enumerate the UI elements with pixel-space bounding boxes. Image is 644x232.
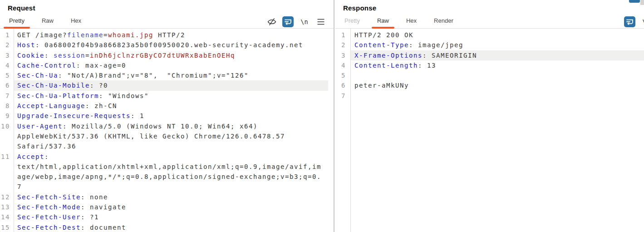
line-text[interactable]: Sec-Fetch-User: ?1 <box>14 212 328 222</box>
line-number: 7 <box>335 91 351 101</box>
tab-render[interactable]: Render <box>428 14 459 29</box>
code-token: : SAMEORIGIN <box>423 52 477 59</box>
code-token: : 0a68002f04b9a866823a5b0f00950020.web-s… <box>35 41 303 49</box>
code-token: GET /image? <box>17 31 67 39</box>
tab-raw[interactable]: Raw <box>36 14 59 29</box>
code-token: Content-Type <box>354 41 409 49</box>
code-token: Sec-Fetch-Mode <box>17 203 81 211</box>
line-text[interactable]: AppleWebKit/537.36 (KHTML, like Gecko) C… <box>14 131 328 141</box>
line-number: 11 <box>0 152 14 162</box>
tab-pretty[interactable]: Pretty <box>339 14 365 29</box>
code-line: 14Sec-Fetch-User: ?1 <box>0 212 328 222</box>
code-line: 1HTTP/2 200 OK <box>335 30 644 40</box>
line-number: 9 <box>0 111 14 121</box>
tab-pretty[interactable]: Pretty <box>4 14 30 29</box>
line-text[interactable]: Host: 0a68002f04b9a866823a5b0f00950020.w… <box>14 40 328 50</box>
line-text[interactable]: Sec-Fetch-Site: none <box>14 192 328 202</box>
code-line: 7Sec-Ch-Ua-Platform: "Windows" <box>0 91 328 101</box>
code-token: session <box>54 52 85 59</box>
eye-slash-icon[interactable] <box>266 16 277 27</box>
code-line: 12Sec-Fetch-Site: none <box>0 192 328 202</box>
code-token: Accept <box>17 153 44 160</box>
line-text[interactable]: Sec-Ch-Ua-Mobile: ?0 <box>14 80 328 90</box>
newline-toggle-icon[interactable]: \n <box>299 16 310 27</box>
code-token: : <box>44 52 54 59</box>
line-text[interactable]: text/html,application/xhtml+xml,applicat… <box>14 162 328 172</box>
newline-toggle-icon[interactable]: \n <box>640 16 644 27</box>
code-token: Safari/537.36 <box>17 143 76 150</box>
code-token: whoami.jpg <box>108 31 153 39</box>
code-line: age/webp,image/apng,*/*;q=0.8,applicatio… <box>0 172 328 182</box>
response-header: Response PrettyRawHexRender \n <box>335 0 644 29</box>
request-tabs: PrettyRawHex <box>4 14 93 29</box>
code-line: 2Content-Type: image/jpeg <box>335 40 644 50</box>
code-line: 6peter-aMkUNy <box>335 80 644 90</box>
code-token: : <box>44 153 49 160</box>
line-text[interactable]: Upgrade-Insecure-Requests: 1 <box>14 111 328 121</box>
code-token: User-Agent <box>17 123 63 130</box>
line-number: 5 <box>335 70 351 80</box>
line-number: 15 <box>0 222 14 232</box>
line-text[interactable]: Content-Type: image/jpeg <box>351 40 644 50</box>
line-text[interactable]: GET /image?filename=whoami.jpg HTTP/2 <box>14 30 328 40</box>
code-line: 4Cache-Control: max-age=0 <box>0 60 328 70</box>
code-token: : 13 <box>418 62 436 69</box>
line-text[interactable]: Sec-Ch-Ua-Platform: "Windows" <box>14 91 328 101</box>
tab-hex[interactable]: Hex <box>65 14 87 29</box>
code-token: AppleWebKit/537.36 (KHTML, like Gecko) C… <box>17 133 285 140</box>
line-text[interactable]: Cache-Control: max-age=0 <box>14 60 328 70</box>
line-text[interactable]: 7 <box>14 182 328 192</box>
code-line: 10User-Agent: Mozilla/5.0 (Windows NT 10… <box>0 121 328 131</box>
code-token: = <box>103 31 108 39</box>
line-text[interactable]: age/webp,image/apng,*/*;q=0.8,applicatio… <box>14 172 328 182</box>
request-editor[interactable]: 1GET /image?filename=whoami.jpg HTTP/22H… <box>0 29 328 232</box>
code-token: Sec-Ch-Ua <box>17 72 58 79</box>
line-number: 12 <box>0 192 14 202</box>
line-text[interactable]: Cookie: session=inDh6jclnzrGByCO7dtUWRxB… <box>14 50 328 60</box>
line-text[interactable] <box>351 91 644 101</box>
code-token: X-Frame-Options <box>354 52 423 59</box>
response-editor[interactable]: 1HTTP/2 200 OK2Content-Type: image/jpeg3… <box>335 29 644 232</box>
line-text[interactable]: X-Frame-Options: SAMEORIGIN <box>351 50 644 60</box>
word-wrap-icon[interactable] <box>624 16 635 27</box>
line-text[interactable]: User-Agent: Mozilla/5.0 (Windows NT 10.0… <box>14 121 328 131</box>
line-number <box>0 172 14 182</box>
code-token: filename <box>67 31 103 39</box>
request-toolbar: \n <box>266 16 326 27</box>
line-text[interactable]: Safari/537.36 <box>14 141 328 151</box>
menu-icon[interactable] <box>315 16 326 27</box>
code-token: : zh-CN <box>85 102 117 109</box>
line-number: 14 <box>0 212 14 222</box>
code-token: Content-Length <box>354 62 418 69</box>
code-token: peter-aMkUNy <box>354 82 409 89</box>
code-token: Cookie <box>17 52 44 59</box>
tab-raw[interactable]: Raw <box>372 14 394 29</box>
code-token: Upgrade-Insecure-Requests <box>17 112 131 119</box>
panel-title: Response <box>343 4 376 12</box>
line-text[interactable] <box>351 70 644 80</box>
line-text[interactable]: Sec-Fetch-Mode: navigate <box>14 202 328 212</box>
code-line: 13Sec-Fetch-Mode: navigate <box>0 202 328 212</box>
response-panel: Response PrettyRawHexRender \n 1HTTP/2 2… <box>335 0 644 232</box>
line-number: 2 <box>0 40 14 50</box>
tab-hex[interactable]: Hex <box>401 14 422 29</box>
code-token: Sec-Fetch-Site <box>17 193 81 201</box>
line-text[interactable]: peter-aMkUNy <box>351 80 644 90</box>
line-text[interactable]: Sec-Fetch-Dest: document <box>14 222 328 232</box>
line-number: 6 <box>0 80 14 90</box>
line-text[interactable]: Sec-Ch-Ua: "Not/A)Brand";v="8", "Chromiu… <box>14 70 328 80</box>
line-text[interactable]: HTTP/2 200 OK <box>351 30 644 40</box>
code-token: : "Not/A)Brand";v="8", "Chromium";v="126… <box>58 72 249 79</box>
line-number: 13 <box>0 202 14 212</box>
line-text[interactable]: Accept-Language: zh-CN <box>14 101 328 111</box>
line-number: 3 <box>335 50 351 60</box>
line-number: 4 <box>335 60 351 70</box>
line-number: 4 <box>0 60 14 70</box>
code-token: : image/jpeg <box>409 41 463 49</box>
response-tabs: PrettyRawHexRender <box>339 14 465 29</box>
panel-title: Request <box>8 4 35 12</box>
line-text[interactable]: Content-Length: 13 <box>351 60 644 70</box>
line-text[interactable]: Accept: <box>14 152 328 162</box>
word-wrap-icon[interactable] <box>282 16 294 27</box>
line-number: 1 <box>0 30 14 40</box>
